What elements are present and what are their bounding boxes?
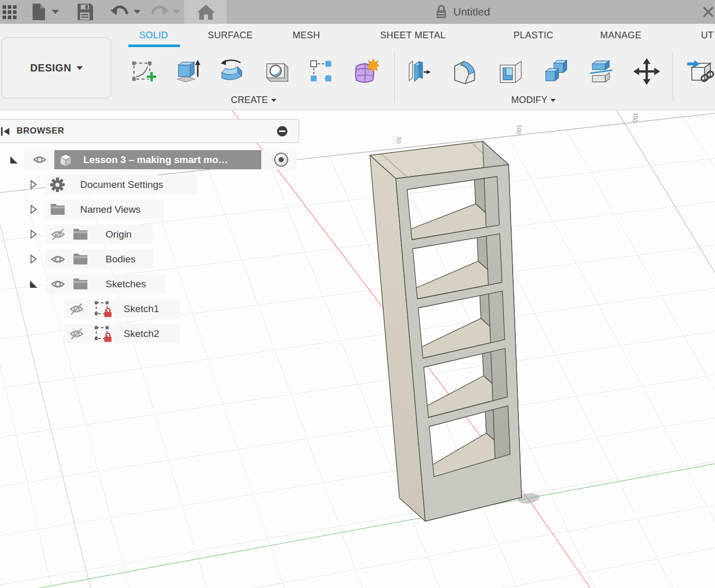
create-form-icon — [352, 58, 379, 85]
expand-arrow-open[interactable] — [9, 154, 19, 164]
browser-item-label: Sketches — [106, 278, 146, 290]
file-menu-caret[interactable] — [50, 0, 61, 24]
browser-item-label: Sketch2 — [124, 328, 159, 340]
save-icon — [76, 3, 94, 21]
ribbon-separator — [394, 52, 395, 102]
component-cube-icon — [58, 152, 73, 168]
undo-history-caret[interactable] — [131, 0, 143, 24]
redo-button[interactable] — [149, 0, 171, 24]
browser-title: BROWSER — [17, 126, 64, 136]
fusion360-window: -50 50 100 150 — [0, 0, 715, 588]
tab-sheet-metal[interactable]: SHEET METAL — [380, 30, 446, 41]
activate-component-radio[interactable] — [274, 152, 289, 167]
browser-row-root-component[interactable]: Lesson 3 – making smart mo… — [24, 150, 296, 169]
browser-row-named-views[interactable]: Named Views — [46, 200, 164, 219]
create-sketch-icon — [130, 58, 156, 84]
browser-item-label: Named Views — [80, 204, 141, 215]
revolve-button[interactable] — [218, 57, 247, 86]
folder-icon — [50, 202, 66, 216]
shell-icon — [497, 58, 524, 85]
grid-label: 50 — [395, 137, 403, 144]
create-form-button[interactable] — [351, 57, 380, 86]
browser-row-sketch2[interactable]: Sketch2 — [64, 324, 180, 343]
split-body-button[interactable] — [587, 57, 616, 86]
close-document-button[interactable] — [702, 0, 715, 24]
tab-solid[interactable]: SOLID — [139, 30, 168, 41]
split-body-icon — [588, 58, 615, 85]
titlebar: Untitled — [0, 0, 715, 24]
press-pull-button[interactable] — [405, 57, 434, 86]
selected-item-highlight[interactable]: Lesson 3 – making smart mo… — [54, 150, 261, 169]
move-copy-button[interactable] — [632, 57, 661, 86]
browser-row-bodies[interactable]: Bodies — [46, 249, 153, 269]
browser-item-label: Bodies — [106, 254, 136, 265]
folder-icon — [72, 277, 88, 291]
new-component-button[interactable] — [686, 57, 715, 86]
workspace-label: DESIGN — [30, 62, 71, 74]
visibility-eye-icon[interactable] — [50, 277, 66, 291]
rectangular-pattern-button[interactable] — [307, 57, 336, 86]
collapse-panel-icon[interactable] — [1, 127, 10, 136]
browser-header: BROWSER — [0, 119, 299, 143]
new-component-icon — [686, 57, 715, 86]
ribbon: SOLID SURFACE MESH SHEET METAL PLASTIC M… — [0, 24, 715, 110]
document-tab[interactable]: Untitled — [435, 0, 490, 24]
create-group-dropdown[interactable]: CREATE — [231, 95, 276, 106]
home-icon — [197, 4, 215, 20]
visibility-off-eye-icon[interactable] — [69, 327, 84, 341]
fillet-icon — [451, 58, 478, 85]
chevron-down-icon — [77, 66, 83, 70]
save-button[interactable] — [75, 0, 95, 24]
expand-arrow-open[interactable] — [28, 278, 38, 288]
tab-surface[interactable]: SURFACE — [207, 30, 252, 41]
tab-manage[interactable]: MANAGE — [600, 30, 642, 41]
fillet-button[interactable] — [450, 57, 479, 86]
redo-icon — [150, 4, 170, 20]
expand-arrow-closed[interactable] — [28, 229, 38, 240]
browser-row-sketches[interactable]: Sketches — [46, 274, 165, 293]
hole-button[interactable] — [262, 57, 291, 86]
browser-item-label: Sketch1 — [124, 303, 159, 315]
extrude-button[interactable] — [173, 57, 202, 86]
redo-history-caret[interactable] — [171, 0, 182, 24]
create-group-label: CREATE — [231, 95, 268, 106]
visibility-off-eye-icon[interactable] — [69, 302, 84, 316]
combine-button[interactable] — [541, 57, 570, 86]
file-icon — [32, 3, 46, 21]
ribbon-separator — [673, 52, 673, 102]
undo-icon — [110, 4, 129, 20]
visibility-eye-icon[interactable] — [50, 253, 66, 266]
hole-icon — [263, 58, 290, 85]
expand-arrow-closed[interactable] — [28, 179, 38, 190]
workspace-switcher[interactable]: DESIGN — [2, 37, 111, 98]
visibility-off-eye-icon[interactable] — [50, 228, 66, 241]
undo-button[interactable] — [109, 0, 130, 24]
sketch-locked-icon — [93, 325, 112, 343]
modify-group-label: MODIFY — [511, 95, 547, 106]
expand-arrow-closed[interactable] — [28, 254, 38, 264]
shell-button[interactable] — [496, 57, 525, 86]
revolve-icon — [218, 58, 246, 85]
browser-item-label: Origin — [106, 229, 132, 240]
chevron-down-icon — [271, 99, 276, 102]
home-button[interactable] — [196, 0, 216, 24]
browser-row-sketch1[interactable]: Sketch1 — [64, 299, 180, 318]
remove-panel-icon[interactable] — [276, 125, 288, 137]
combine-icon — [542, 58, 569, 85]
tab-utilities[interactable]: UT — [701, 30, 714, 41]
expand-arrow-closed[interactable] — [28, 204, 38, 215]
browser-row-origin[interactable]: Origin — [46, 225, 153, 244]
root-component-label: Lesson 3 – making smart mo… — [83, 154, 228, 166]
tab-mesh[interactable]: MESH — [292, 30, 320, 41]
extrude-icon — [174, 58, 201, 85]
file-menu-button[interactable] — [30, 0, 48, 24]
tab-plastic[interactable]: PLASTIC — [513, 30, 553, 41]
press-pull-icon — [406, 58, 432, 85]
modify-group-dropdown[interactable]: MODIFY — [511, 95, 556, 106]
create-sketch-button[interactable] — [129, 57, 158, 86]
app-launcher-button[interactable] — [1, 0, 19, 24]
sketch-locked-icon — [93, 300, 112, 318]
visibility-eye-icon[interactable] — [33, 153, 47, 166]
browser-row-document-settings[interactable]: Document Settings — [46, 175, 197, 194]
browser-item-label: Document Settings — [80, 179, 163, 190]
